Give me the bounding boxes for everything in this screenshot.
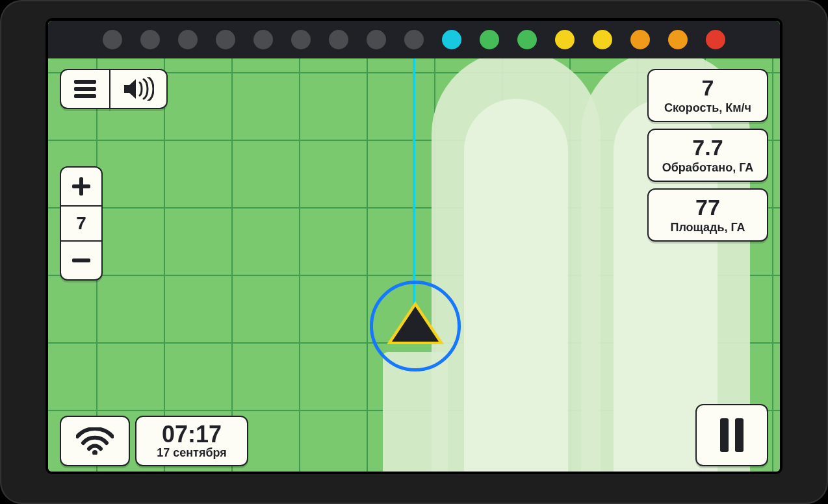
pause-icon bbox=[719, 418, 745, 452]
sound-button[interactable] bbox=[109, 69, 168, 109]
svg-rect-1 bbox=[74, 80, 96, 84]
clock-panel[interactable]: 07:17 17 сентября bbox=[135, 416, 248, 466]
led-off bbox=[216, 30, 235, 49]
led-green bbox=[480, 30, 499, 49]
speed-label: Скорость, Км/ч bbox=[664, 101, 751, 115]
zoom-in-button[interactable] bbox=[60, 166, 103, 207]
zoom-level: 7 bbox=[60, 205, 103, 242]
led-off bbox=[367, 30, 386, 49]
speed-value: 7 bbox=[702, 77, 714, 99]
led-off bbox=[329, 30, 348, 49]
area-value: 77 bbox=[695, 196, 720, 218]
minus-icon bbox=[72, 251, 90, 270]
svg-rect-3 bbox=[74, 94, 96, 98]
svg-rect-2 bbox=[74, 87, 96, 91]
wifi-button[interactable] bbox=[60, 416, 130, 466]
speaker-icon bbox=[123, 77, 154, 101]
screen: 7 07:17 17 сентября 7 Скорость, Км bbox=[45, 18, 783, 474]
clock-time: 07:17 bbox=[162, 423, 222, 446]
plus-icon bbox=[72, 177, 90, 195]
led-orange bbox=[668, 30, 688, 49]
processed-value: 7.7 bbox=[692, 136, 723, 158]
led-off bbox=[253, 30, 273, 49]
device-bezel: 7 07:17 17 сентября 7 Скорость, Км bbox=[0, 0, 828, 504]
hamburger-icon bbox=[74, 80, 96, 98]
area-widget[interactable]: 77 Площадь, ГА bbox=[647, 188, 768, 242]
svg-rect-6 bbox=[72, 258, 90, 262]
svg-rect-8 bbox=[720, 418, 729, 452]
clock-date: 17 сентября bbox=[157, 446, 227, 460]
speed-widget[interactable]: 7 Скорость, Км/ч bbox=[647, 69, 768, 122]
led-off bbox=[140, 30, 160, 49]
led-yellow bbox=[593, 30, 612, 49]
vehicle-marker bbox=[392, 307, 439, 342]
led-green bbox=[517, 30, 537, 49]
svg-point-7 bbox=[92, 450, 97, 455]
led-off bbox=[178, 30, 198, 49]
pause-button[interactable] bbox=[695, 404, 768, 466]
led-red bbox=[706, 30, 725, 49]
led-yellow bbox=[555, 30, 575, 49]
processed-widget[interactable]: 7.7 Обработано, ГА bbox=[647, 129, 768, 182]
led-off bbox=[103, 30, 122, 49]
svg-rect-5 bbox=[72, 184, 90, 188]
menu-button[interactable] bbox=[60, 69, 110, 109]
svg-rect-9 bbox=[735, 418, 744, 452]
led-off bbox=[291, 30, 311, 49]
processed-label: Обработано, ГА bbox=[662, 161, 754, 175]
area-label: Площадь, ГА bbox=[670, 221, 745, 234]
wifi-icon bbox=[76, 427, 114, 455]
lightbar bbox=[48, 21, 780, 58]
zoom-level-value: 7 bbox=[76, 213, 86, 234]
led-orange bbox=[630, 30, 650, 49]
zoom-out-button[interactable] bbox=[60, 240, 103, 281]
led-center bbox=[442, 30, 461, 49]
led-off bbox=[404, 30, 424, 49]
